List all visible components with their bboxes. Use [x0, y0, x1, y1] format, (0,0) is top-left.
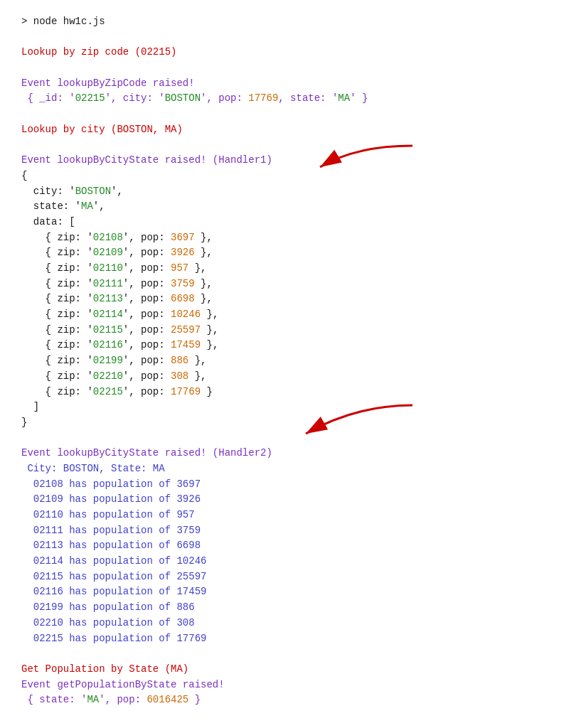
handler1-entry-02114: { zip: '02114', pop: 10246 }, [21, 307, 565, 323]
handler2-entry-02199: 02199 has population of 886 [21, 600, 565, 616]
blank-line-4 [21, 138, 565, 154]
handler2-entry-02115: 02115 has population of 25597 [21, 569, 565, 585]
handler1-entry-02199: { zip: '02199', pop: 886 }, [21, 353, 565, 369]
blank-line-5 [21, 431, 565, 446]
handler1-entry-02110: { zip: '02110', pop: 957 }, [21, 261, 565, 277]
blank-line-1 [21, 30, 565, 46]
blank-line-2 [21, 60, 565, 76]
handler2-entry-02111: 02111 has population of 3759 [21, 523, 565, 539]
handler2-entry-02108: 02108 has population of 3697 [21, 477, 565, 493]
handler1-entry-02116: { zip: '02116', pop: 17459 }, [21, 338, 565, 353]
handler2-entry-02109: 02109 has population of 3926 [21, 492, 565, 508]
handler1-entry-02215: { zip: '02215', pop: 17769 } [21, 385, 565, 400]
handler2-entry-02113: 02113 has population of 6698 [21, 538, 565, 554]
lookup-city-header: Lookup by city (BOSTON, MA) [21, 122, 565, 138]
handler2-entry-02114: 02114 has population of 10246 [21, 554, 565, 569]
command-line: > node hw1c.js [21, 14, 565, 30]
lookup-zip-header: Lookup by zip code (02215) [21, 45, 565, 60]
handler1-state-line: state: 'MA', [21, 199, 565, 215]
handler2-entry-02110: 02110 has population of 957 [21, 508, 565, 523]
handler1-entry-02111: { zip: '02111', pop: 3759 }, [21, 277, 565, 292]
handler1-entry-02210: { zip: '02210', pop: 308 }, [21, 369, 565, 385]
event-zip-raised: Event lookupByZipCode raised! [21, 76, 565, 92]
handler1-array-close: ] [21, 400, 565, 415]
handler1-open-brace: { [21, 168, 565, 184]
handler2-city-state: City: BOSTON, State: MA [21, 461, 565, 477]
handler1-entry-02115: { zip: '02115', pop: 25597 }, [21, 323, 565, 338]
handler2-entry-02116: 02116 has population of 17459 [21, 584, 565, 600]
terminal-output: > node hw1c.js Lookup by zip code (02215… [21, 14, 565, 708]
get-population-event: Event getPopulationByState raised! [21, 678, 565, 693]
handler2-entry-02215: 02215 has population of 17769 [21, 631, 565, 647]
handler2-entry-02210: 02210 has population of 308 [21, 616, 565, 631]
event-city-handler1: Event lookupByCityState raised! (Handler… [21, 153, 565, 168]
handler1-data-label: data: [ [21, 215, 565, 230]
blank-line-3 [21, 107, 565, 122]
handler1-entry-02108: { zip: '02108', pop: 3697 }, [21, 230, 565, 246]
event-city-handler2: Event lookupByCityState raised! (Handler… [21, 446, 565, 461]
get-population-result: { state: 'MA', pop: 6016425 } [21, 692, 565, 708]
handler1-city-line: city: 'BOSTON', [21, 184, 565, 200]
blank-line-6 [21, 646, 565, 662]
handler1-entry-02109: { zip: '02109', pop: 3926 }, [21, 245, 565, 261]
get-population-header: Get Population by State (MA) [21, 662, 565, 678]
handler1-close-brace: } [21, 415, 565, 431]
handler1-entry-02113: { zip: '02113', pop: 6698 }, [21, 291, 565, 307]
zip-result: { _id: '02215', city: 'BOSTON', pop: 177… [21, 91, 565, 107]
